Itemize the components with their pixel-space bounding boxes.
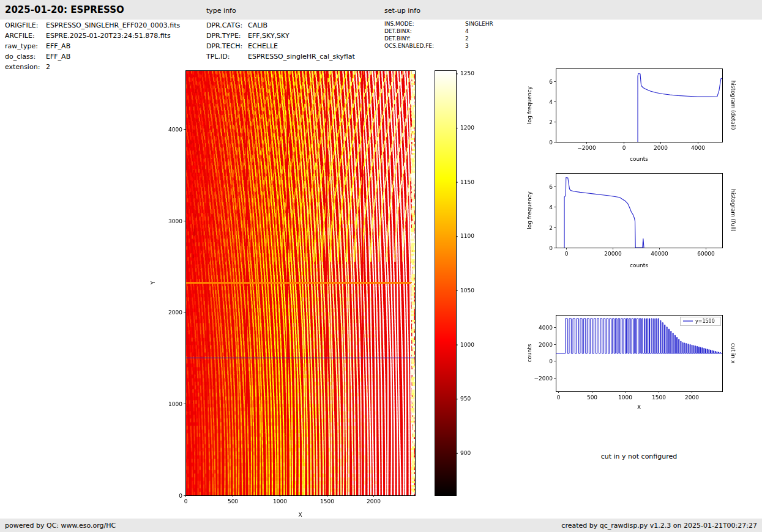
meta-value: ECHELLE xyxy=(248,41,278,51)
cut-in-x-plot xyxy=(523,309,741,422)
meta-label: INS.MODE: xyxy=(384,20,465,28)
footer-bar: powered by QC: www.eso.org/HC created by… xyxy=(0,519,762,532)
raw-frame-heatmap xyxy=(147,64,425,529)
type-info-heading: type info xyxy=(206,7,236,15)
setup-info-row: INS.MODE:SINGLEHR xyxy=(384,20,493,28)
meta-value: EFF_AB xyxy=(46,41,70,51)
meta-value: CALIB xyxy=(248,20,267,31)
meta-value: EFF_AB xyxy=(46,51,70,62)
colorbar xyxy=(428,64,493,529)
meta-label: DET.BINX: xyxy=(384,28,465,35)
setup-info-block: INS.MODE:SINGLEHR DET.BINX:4 DET.BINY:2 … xyxy=(384,20,493,50)
meta-label: DPR.TYPE: xyxy=(206,31,248,41)
meta-label: ARCFILE: xyxy=(5,31,46,41)
meta-label: extension: xyxy=(5,62,46,72)
type-info-row: DPR.CATG:CALIB xyxy=(206,20,355,31)
footer-right-text: created by qc_rawdisp.py v1.2.3 on 2025-… xyxy=(561,522,757,530)
cut-in-y-note: cut in y not configured xyxy=(553,453,725,460)
footer-left-text: powered by QC: www.eso.org/HC xyxy=(5,522,116,530)
setup-info-heading: set-up info xyxy=(384,7,420,15)
meta-value: ESPRE.2025-01-20T23:24:51.878.fits xyxy=(46,31,171,41)
meta-label: DPR.TECH: xyxy=(206,41,248,51)
meta-value: 4 xyxy=(465,28,469,35)
meta-label: raw_type: xyxy=(5,41,46,51)
meta-value: 2 xyxy=(465,35,469,42)
type-info-block: DPR.CATG:CALIB DPR.TYPE:EFF,SKY,SKY DPR.… xyxy=(206,20,355,62)
meta-value: ESPRESSO_singleHR_cal_skyflat xyxy=(248,51,355,62)
meta-label: OCS.ENABLED.FE: xyxy=(384,42,465,50)
meta-label: TPL.ID: xyxy=(206,51,248,62)
page-title: 2025-01-20: ESPRESSO xyxy=(5,4,124,15)
file-info-row: ORIGFILE:ESPRESSO_SINGLEHR_EFF020_0003.f… xyxy=(5,20,180,31)
meta-value: SINGLEHR xyxy=(465,20,493,28)
meta-value: 2 xyxy=(46,62,50,72)
setup-info-row: DET.BINX:4 xyxy=(384,28,493,35)
histogram-detail-plot xyxy=(523,61,741,174)
file-info-row: raw_type:EFF_AB xyxy=(5,41,180,51)
type-info-row: DPR.TECH:ECHELLE xyxy=(206,41,355,51)
file-info-row: do_class:EFF_AB xyxy=(5,51,180,62)
meta-label: ORIGFILE: xyxy=(5,20,46,31)
setup-info-row: DET.BINY:2 xyxy=(384,35,493,42)
type-info-row: TPL.ID:ESPRESSO_singleHR_cal_skyflat xyxy=(206,51,355,62)
meta-value: 3 xyxy=(465,42,469,50)
file-info-row: ARCFILE:ESPRE.2025-01-20T23:24:51.878.fi… xyxy=(5,31,180,41)
header-bar: 2025-01-20: ESPRESSO type info set-up in… xyxy=(0,0,762,20)
setup-info-row: OCS.ENABLED.FE:3 xyxy=(384,42,493,50)
meta-value: ESPRESSO_SINGLEHR_EFF020_0003.fits xyxy=(46,20,180,31)
meta-label: DPR.CATG: xyxy=(206,20,248,31)
histogram-full-plot xyxy=(523,166,741,279)
type-info-row: DPR.TYPE:EFF,SKY,SKY xyxy=(206,31,355,41)
meta-label: do_class: xyxy=(5,51,46,62)
meta-label: DET.BINY: xyxy=(384,35,465,42)
qc-report-page: 2025-01-20: ESPRESSO type info set-up in… xyxy=(0,0,762,532)
meta-value: EFF,SKY,SKY xyxy=(248,31,289,41)
